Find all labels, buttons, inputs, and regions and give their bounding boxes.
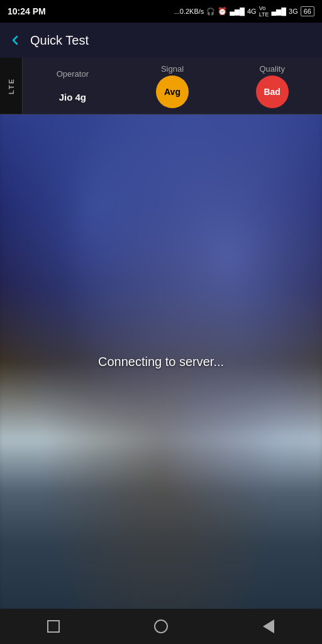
lte-badge: LTE xyxy=(0,58,23,114)
battery-icon: 66 xyxy=(301,6,314,16)
signal-label: Signal xyxy=(161,64,184,74)
quality-badge: Bad xyxy=(256,75,289,108)
status-time: 10:24 PM xyxy=(8,6,46,16)
stop-icon xyxy=(47,620,60,633)
signal-cell: Signal Avg xyxy=(123,58,223,114)
signal-bars-icon: ▄▆█ xyxy=(230,8,245,16)
operator-cell: Operator Jio 4g xyxy=(23,58,123,114)
quality-cell: Quality Bad xyxy=(222,58,322,114)
signal-badge: Avg xyxy=(156,75,189,108)
quality-value: Bad xyxy=(264,87,280,97)
signal-value: Avg xyxy=(164,87,180,97)
page-title: Quick Test xyxy=(30,33,89,48)
network-speed: ...0.2KB/s xyxy=(174,8,204,15)
main-content: Connecting to server... xyxy=(0,114,322,609)
status-right: ...0.2KB/s 🎧 ⏰ ▄▆█ 4G VoLTE ▄▆█ 3G 66 xyxy=(174,5,314,18)
home-button[interactable] xyxy=(150,615,172,638)
status-bar: 10:24 PM ...0.2KB/s 🎧 ⏰ ▄▆█ 4G VoLTE ▄▆█… xyxy=(0,0,322,23)
top-bar: Quick Test xyxy=(0,23,322,58)
operator-label: Operator xyxy=(57,69,89,79)
network-type-3g: 3G xyxy=(289,8,298,15)
alarm-icon: ⏰ xyxy=(218,7,227,16)
lte-text: LTE xyxy=(8,78,15,94)
info-cells: Operator Jio 4g Signal Avg Quality Bad xyxy=(23,58,322,114)
network-type-4g: 4G xyxy=(247,8,257,15)
nav-bar xyxy=(0,609,322,644)
connecting-text: Connecting to server... xyxy=(98,355,224,369)
back-nav-button[interactable] xyxy=(257,615,280,638)
headphone-icon: 🎧 xyxy=(206,8,215,16)
back-nav-icon xyxy=(263,619,274,633)
info-row: LTE Operator Jio 4g Signal Avg Quality B… xyxy=(0,58,322,114)
signal-bars-icon-2: ▄▆█ xyxy=(271,8,286,16)
back-button[interactable] xyxy=(8,33,23,48)
stop-button[interactable] xyxy=(42,615,65,638)
network-type-volte: VoLTE xyxy=(259,5,269,18)
quality-label: Quality xyxy=(259,64,284,74)
home-icon xyxy=(154,619,168,633)
operator-value: Jio 4g xyxy=(59,92,86,103)
